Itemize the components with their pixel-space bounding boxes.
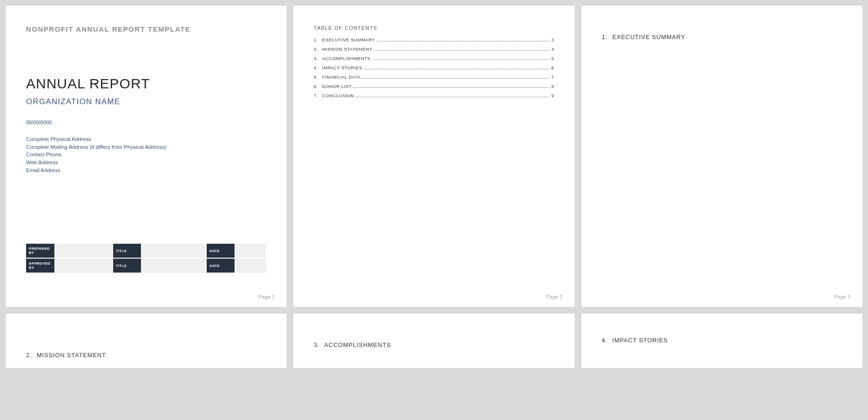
page-5: 3. ACCOMPLISHMENTS [293, 313, 574, 368]
page-2: TABLE OF CONTENTS 1. EXECUTIVE SUMMARY 3… [293, 6, 574, 307]
physical-address: Complete Physical Address [26, 135, 266, 143]
toc-item-number: 6. [314, 84, 322, 89]
toc-item: 1. EXECUTIVE SUMMARY 3 [314, 37, 554, 42]
table-row: PREPARED BY TITLE DATE [26, 244, 266, 258]
report-title: ANNUAL REPORT [26, 76, 266, 92]
toc-item: 5. FINANCIAL DATA 7 [314, 74, 554, 80]
toc-item-label: FINANCIAL DATA [322, 74, 361, 80]
template-label: NONPROFIT ANNUAL REPORT TEMPLATE [26, 25, 266, 33]
toc-dots [363, 78, 550, 79]
toc-item-label: IMPACT STORIES [322, 65, 362, 70]
page-number: Page 1 [259, 294, 275, 300]
date-value [235, 244, 266, 258]
section-heading-executive-summary: 1. EXECUTIVE SUMMARY [602, 33, 842, 40]
page-1: NONPROFIT ANNUAL REPORT TEMPLATE ANNUAL … [6, 6, 287, 307]
title-label: TITLE [113, 258, 141, 273]
toc-item-page: 4 [552, 47, 554, 52]
section-number: 1. [602, 33, 607, 40]
toc-item-number: 2. [314, 47, 322, 52]
contact-info: Complete Physical Address Complete Maili… [26, 135, 266, 174]
page-number: Page 2 [546, 294, 563, 300]
organization-name: ORGANIZATION NAME [26, 97, 266, 107]
toc-dots [372, 60, 550, 60]
prepared-by-label: PREPARED BY [26, 244, 55, 258]
page-number: Page 3 [834, 294, 850, 300]
contact-phone: Contact Phone [26, 151, 266, 159]
toc-item-label: CONCLUSION [322, 93, 354, 98]
toc-dots [374, 50, 550, 51]
section-heading-mission-statement: 2. MISSION STATEMENT [26, 352, 266, 359]
section-number: 4. [602, 337, 607, 344]
toc-item-label: ACCOMPLISHMENTS [322, 56, 370, 61]
section-title: ACCOMPLISHMENTS [324, 341, 390, 348]
toc-item-page: 9 [552, 93, 554, 98]
toc-item-page: 7 [552, 74, 554, 80]
section-title: MISSION STATEMENT [37, 352, 106, 359]
toc-item: 4. IMPACT STORIES 6 [314, 65, 554, 70]
toc-dots [364, 69, 550, 69]
approval-table: PREPARED BY TITLE DATE APPROVED BY TITLE… [26, 244, 266, 273]
toc-item: 7. CONCLUSION 9 [314, 93, 554, 98]
toc-item-number: 3. [314, 56, 322, 61]
toc-list: 1. EXECUTIVE SUMMARY 3 2. MISSION STATEM… [314, 37, 554, 98]
approved-by-label: APPROVED BY [26, 258, 55, 273]
web-address: Web Address [26, 159, 266, 167]
date-label: DATE [206, 258, 235, 273]
date-label: DATE [206, 244, 235, 258]
toc-dots [377, 41, 550, 41]
mailing-address: Complete Mailing Address (if differs fro… [26, 143, 266, 151]
date-value [235, 258, 266, 273]
section-number: 2. [26, 352, 32, 359]
document-canvas: NONPROFIT ANNUAL REPORT TEMPLATE ANNUAL … [6, 6, 862, 368]
toc-item-page: 5 [552, 56, 554, 61]
page-4: 2. MISSION STATEMENT [6, 313, 287, 368]
title-label: TITLE [113, 244, 141, 258]
toc-dots [353, 87, 549, 88]
toc-title: TABLE OF CONTENTS [314, 25, 554, 31]
section-title: EXECUTIVE SUMMARY [612, 33, 686, 40]
toc-item: 3. ACCOMPLISHMENTS 5 [314, 56, 554, 61]
toc-item-number: 5. [314, 74, 322, 80]
toc-item: 6. DONOR LIST 8 [314, 84, 554, 89]
toc-item-page: 6 [552, 65, 554, 70]
toc-item: 2. MISSION STATEMENT 4 [314, 47, 554, 52]
section-heading-impact-stories: 4. IMPACT STORIES [602, 337, 842, 344]
title-value [141, 258, 206, 273]
approved-by-value [55, 258, 113, 273]
toc-item-page: 8 [552, 84, 554, 89]
section-title: IMPACT STORIES [612, 337, 668, 344]
section-number: 3. [314, 341, 319, 348]
toc-item-label: DONOR LIST [322, 84, 351, 89]
toc-item-number: 4. [314, 65, 322, 70]
toc-item-number: 7. [314, 93, 322, 98]
section-heading-accomplishments: 3. ACCOMPLISHMENTS [314, 341, 554, 348]
toc-item-label: EXECUTIVE SUMMARY [322, 37, 375, 42]
toc-item-page: 3 [552, 37, 554, 42]
email-address: Email Address [26, 167, 266, 174]
page-6: 4. IMPACT STORIES [581, 313, 862, 368]
page-3: 1. EXECUTIVE SUMMARY Page 3 [581, 6, 862, 307]
prepared-by-value [55, 244, 113, 258]
toc-item-number: 1. [314, 37, 322, 42]
toc-item-label: MISSION STATEMENT [322, 47, 372, 52]
report-date: 00/00/0000 [26, 120, 266, 125]
title-value [141, 244, 206, 258]
table-row: APPROVED BY TITLE DATE [26, 258, 266, 273]
toc-dots [356, 97, 550, 97]
